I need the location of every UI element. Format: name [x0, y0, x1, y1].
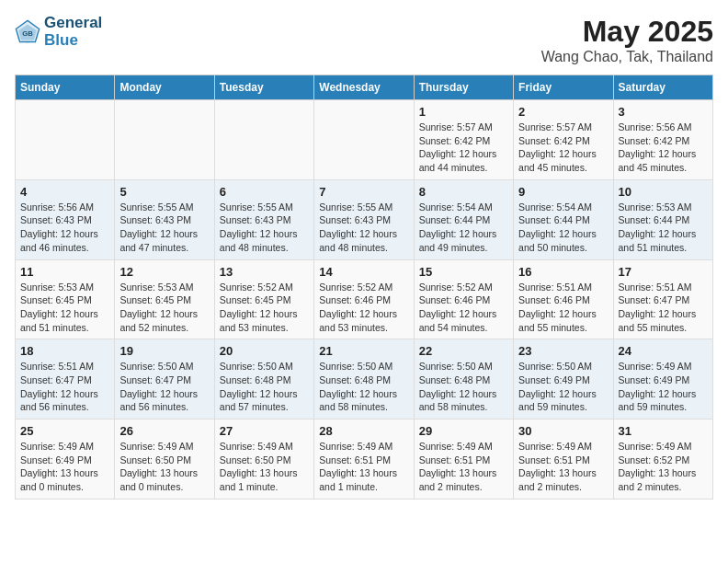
calendar-table: Sunday Monday Tuesday Wednesday Thursday… [15, 75, 713, 500]
calendar-cell: 19Sunrise: 5:50 AMSunset: 6:47 PMDayligh… [115, 339, 214, 419]
day-number: 14 [319, 265, 408, 279]
calendar-cell: 9Sunrise: 5:54 AMSunset: 6:44 PMDaylight… [514, 179, 613, 259]
day-number: 12 [119, 265, 209, 279]
calendar-cell: 5Sunrise: 5:55 AMSunset: 6:43 PMDaylight… [115, 179, 214, 259]
day-number: 7 [319, 185, 408, 199]
calendar-body: 1Sunrise: 5:57 AMSunset: 6:42 PMDaylight… [16, 100, 713, 500]
calendar-week-2: 4Sunrise: 5:56 AMSunset: 6:43 PMDaylight… [16, 179, 713, 259]
calendar-week-4: 18Sunrise: 5:51 AMSunset: 6:47 PMDayligh… [16, 339, 713, 419]
day-detail: Sunrise: 5:56 AMSunset: 6:43 PMDaylight:… [20, 201, 109, 255]
day-number: 30 [518, 424, 608, 438]
day-detail: Sunrise: 5:52 AMSunset: 6:46 PMDaylight:… [319, 281, 408, 335]
calendar-cell: 24Sunrise: 5:49 AMSunset: 6:49 PMDayligh… [613, 339, 712, 419]
day-number: 31 [619, 424, 708, 438]
col-tuesday: Tuesday [214, 75, 313, 100]
day-number: 6 [220, 185, 309, 199]
logo-line2: Blue [44, 32, 102, 50]
col-saturday: Saturday [613, 75, 712, 100]
day-detail: Sunrise: 5:50 AMSunset: 6:49 PMDaylight:… [518, 360, 608, 414]
calendar-cell [16, 100, 115, 180]
day-number: 26 [119, 424, 209, 438]
day-number: 17 [619, 265, 708, 279]
col-wednesday: Wednesday [314, 75, 414, 100]
calendar-cell: 4Sunrise: 5:56 AMSunset: 6:43 PMDaylight… [16, 179, 115, 259]
day-number: 5 [119, 185, 209, 199]
day-number: 22 [419, 344, 508, 358]
day-detail: Sunrise: 5:49 AMSunset: 6:50 PMDaylight:… [119, 440, 209, 494]
day-number: 19 [119, 344, 209, 358]
day-detail: Sunrise: 5:55 AMSunset: 6:43 PMDaylight:… [319, 201, 408, 255]
calendar-cell: 13Sunrise: 5:52 AMSunset: 6:45 PMDayligh… [214, 259, 313, 339]
day-detail: Sunrise: 5:49 AMSunset: 6:51 PMDaylight:… [518, 440, 608, 494]
day-detail: Sunrise: 5:54 AMSunset: 6:44 PMDaylight:… [518, 201, 608, 255]
day-number: 9 [518, 185, 608, 199]
day-number: 8 [419, 185, 508, 199]
calendar-cell: 14Sunrise: 5:52 AMSunset: 6:46 PMDayligh… [314, 259, 414, 339]
calendar-cell: 25Sunrise: 5:49 AMSunset: 6:49 PMDayligh… [16, 419, 115, 500]
calendar-cell: 27Sunrise: 5:49 AMSunset: 6:50 PMDayligh… [214, 419, 313, 500]
day-number: 10 [619, 185, 708, 199]
day-number: 13 [220, 265, 309, 279]
day-number: 29 [419, 424, 508, 438]
page-header: GB General Blue May 2025 Wang Chao, Tak,… [15, 15, 713, 65]
day-detail: Sunrise: 5:53 AMSunset: 6:45 PMDaylight:… [119, 281, 209, 335]
day-detail: Sunrise: 5:49 AMSunset: 6:51 PMDaylight:… [319, 440, 408, 494]
day-detail: Sunrise: 5:50 AMSunset: 6:48 PMDaylight:… [319, 360, 408, 414]
page-subtitle: Wang Chao, Tak, Thailand [541, 49, 713, 65]
day-detail: Sunrise: 5:53 AMSunset: 6:44 PMDaylight:… [619, 201, 708, 255]
calendar-cell: 1Sunrise: 5:57 AMSunset: 6:42 PMDaylight… [414, 100, 513, 180]
svg-text:GB: GB [22, 29, 33, 38]
day-detail: Sunrise: 5:49 AMSunset: 6:51 PMDaylight:… [419, 440, 508, 494]
calendar-cell: 12Sunrise: 5:53 AMSunset: 6:45 PMDayligh… [115, 259, 214, 339]
calendar-cell: 6Sunrise: 5:55 AMSunset: 6:43 PMDaylight… [214, 179, 313, 259]
header-row: Sunday Monday Tuesday Wednesday Thursday… [16, 75, 713, 100]
col-thursday: Thursday [414, 75, 513, 100]
day-detail: Sunrise: 5:50 AMSunset: 6:48 PMDaylight:… [419, 360, 508, 414]
day-detail: Sunrise: 5:50 AMSunset: 6:48 PMDaylight:… [220, 360, 309, 414]
day-number: 4 [20, 185, 109, 199]
day-detail: Sunrise: 5:50 AMSunset: 6:47 PMDaylight:… [119, 360, 209, 414]
day-detail: Sunrise: 5:49 AMSunset: 6:49 PMDaylight:… [619, 360, 708, 414]
calendar-cell: 29Sunrise: 5:49 AMSunset: 6:51 PMDayligh… [414, 419, 513, 500]
logo-line1: General [44, 15, 102, 32]
calendar-cell [314, 100, 414, 180]
day-detail: Sunrise: 5:49 AMSunset: 6:50 PMDaylight:… [220, 440, 309, 494]
day-detail: Sunrise: 5:51 AMSunset: 6:47 PMDaylight:… [619, 281, 708, 335]
calendar-cell: 8Sunrise: 5:54 AMSunset: 6:44 PMDaylight… [414, 179, 513, 259]
calendar-cell: 7Sunrise: 5:55 AMSunset: 6:43 PMDaylight… [314, 179, 414, 259]
calendar-cell: 23Sunrise: 5:50 AMSunset: 6:49 PMDayligh… [514, 339, 613, 419]
calendar-cell [214, 100, 313, 180]
col-friday: Friday [514, 75, 613, 100]
calendar-cell: 21Sunrise: 5:50 AMSunset: 6:48 PMDayligh… [314, 339, 414, 419]
day-detail: Sunrise: 5:54 AMSunset: 6:44 PMDaylight:… [419, 201, 508, 255]
day-number: 18 [20, 344, 109, 358]
calendar-cell: 30Sunrise: 5:49 AMSunset: 6:51 PMDayligh… [514, 419, 613, 500]
day-number: 25 [20, 424, 109, 438]
calendar-cell: 2Sunrise: 5:57 AMSunset: 6:42 PMDaylight… [514, 100, 613, 180]
day-detail: Sunrise: 5:51 AMSunset: 6:47 PMDaylight:… [20, 360, 109, 414]
day-number: 24 [619, 344, 708, 358]
calendar-cell: 20Sunrise: 5:50 AMSunset: 6:48 PMDayligh… [214, 339, 313, 419]
calendar-week-3: 11Sunrise: 5:53 AMSunset: 6:45 PMDayligh… [16, 259, 713, 339]
calendar-cell: 18Sunrise: 5:51 AMSunset: 6:47 PMDayligh… [16, 339, 115, 419]
calendar-cell: 10Sunrise: 5:53 AMSunset: 6:44 PMDayligh… [613, 179, 712, 259]
col-monday: Monday [115, 75, 214, 100]
calendar-cell: 22Sunrise: 5:50 AMSunset: 6:48 PMDayligh… [414, 339, 513, 419]
day-number: 1 [419, 105, 508, 119]
page-title: May 2025 [541, 15, 713, 49]
calendar-cell [115, 100, 214, 180]
day-number: 2 [518, 105, 608, 119]
calendar-cell: 31Sunrise: 5:49 AMSunset: 6:52 PMDayligh… [613, 419, 712, 500]
calendar-week-1: 1Sunrise: 5:57 AMSunset: 6:42 PMDaylight… [16, 100, 713, 180]
day-detail: Sunrise: 5:57 AMSunset: 6:42 PMDaylight:… [419, 121, 508, 175]
day-detail: Sunrise: 5:57 AMSunset: 6:42 PMDaylight:… [518, 121, 608, 175]
calendar-cell: 15Sunrise: 5:52 AMSunset: 6:46 PMDayligh… [414, 259, 513, 339]
day-detail: Sunrise: 5:55 AMSunset: 6:43 PMDaylight:… [220, 201, 309, 255]
day-number: 3 [619, 105, 708, 119]
calendar-cell: 17Sunrise: 5:51 AMSunset: 6:47 PMDayligh… [613, 259, 712, 339]
day-detail: Sunrise: 5:52 AMSunset: 6:45 PMDaylight:… [220, 281, 309, 335]
calendar-week-5: 25Sunrise: 5:49 AMSunset: 6:49 PMDayligh… [16, 419, 713, 500]
day-number: 20 [220, 344, 309, 358]
logo: GB General Blue [15, 15, 102, 49]
day-number: 27 [220, 424, 309, 438]
